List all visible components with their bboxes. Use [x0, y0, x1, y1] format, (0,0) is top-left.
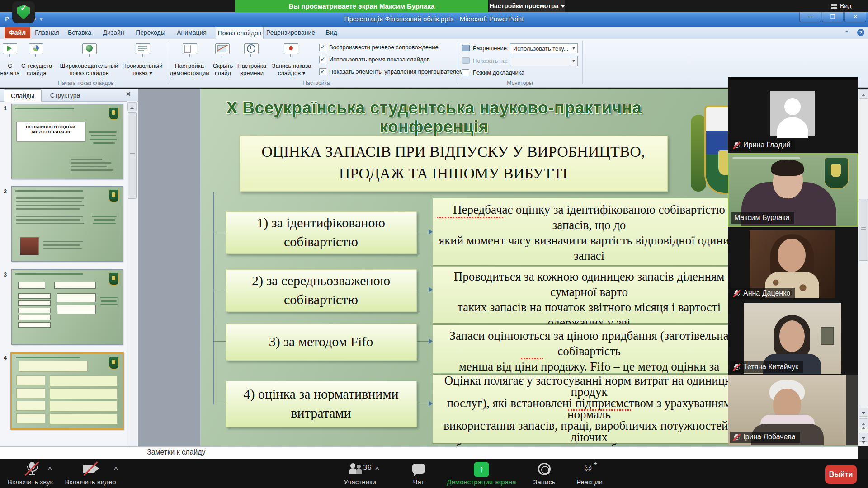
- checkbox-checked-icon: ✓: [319, 44, 326, 51]
- participant-tile-tetiana-kytaichuk[interactable]: Тетяна Китайчук: [728, 301, 858, 375]
- arrow-icon: [429, 338, 433, 344]
- slide-number: 4: [4, 354, 10, 361]
- next-slide-icon[interactable]: [859, 433, 868, 442]
- slide-scrollbar-thumb[interactable]: [859, 199, 868, 261]
- show-on-label: Показать на:: [473, 57, 508, 65]
- screen-share-banner: Вы просматриваете экран Максим Бурлака: [235, 0, 488, 12]
- resolution-icon: [462, 45, 470, 51]
- slide-title: ОЦІНКА ЗАПАСІВ ПРИ ВІДПУСКУ У ВИРОБНИЦТВ…: [240, 141, 667, 184]
- tab-insert[interactable]: Вставка: [65, 27, 94, 38]
- crest-icon: [109, 107, 119, 120]
- muted-camera-icon: [83, 465, 101, 474]
- crest-icon: [109, 272, 119, 285]
- arrow-icon: [429, 401, 433, 406]
- share-screen-icon: ↑: [474, 462, 489, 477]
- slide-thumbnail-4[interactable]: [10, 352, 124, 430]
- custom-show-icon: [136, 43, 150, 54]
- muted-mic-icon: [733, 290, 740, 297]
- previous-slide-icon[interactable]: [859, 418, 868, 427]
- window-title: Презентація Фінансовий облік.pptx - Micr…: [0, 12, 868, 27]
- thumbnail-image: [20, 237, 39, 255]
- spellcheck-underline: [568, 409, 631, 411]
- participant-name-tag: Тетяна Китайчук: [730, 361, 803, 373]
- slide-thumbnail-3[interactable]: [11, 269, 123, 345]
- tab-design[interactable]: Дизайн: [100, 27, 127, 38]
- spellcheck-underline: [521, 358, 543, 359]
- participant-tile-maksym-burlaka[interactable]: Максим Бурлака: [728, 153, 858, 227]
- scroll-up-icon[interactable]: [859, 89, 868, 99]
- slide-thumbnail-2[interactable]: [11, 186, 123, 262]
- arrow-icon: [429, 229, 433, 235]
- help-icon[interactable]: ?: [857, 29, 864, 36]
- close-button[interactable]: ✕: [844, 12, 866, 22]
- muted-mic-icon: [25, 462, 39, 475]
- muted-mic-icon: [733, 433, 740, 441]
- resolution-label: Разрешение:: [473, 45, 509, 52]
- tab-animations[interactable]: Анимация: [176, 27, 208, 38]
- pane-tab-slides[interactable]: Слайды: [4, 89, 42, 102]
- slide-number: 3: [4, 271, 10, 278]
- slide-number: 1: [4, 105, 10, 112]
- plus-icon: +: [594, 460, 597, 467]
- slideshow-icon: [3, 43, 17, 54]
- leave-button[interactable]: Выйти: [825, 465, 857, 484]
- tab-view[interactable]: Вид: [321, 27, 341, 38]
- muted-mic-icon: [733, 363, 740, 371]
- avatar: [770, 91, 815, 136]
- show-on-combobox[interactable]: ▼: [510, 56, 578, 66]
- participant-tile-anna-datsenko[interactable]: Анна Даценко: [728, 228, 858, 301]
- method-label-2: 2) за середньозваженою собівартістю: [226, 271, 416, 309]
- collapse-ribbon-icon[interactable]: ⌃: [844, 30, 849, 36]
- resolution-combobox[interactable]: Использовать теку...▼: [510, 43, 578, 53]
- scroll-up-icon[interactable]: [127, 102, 137, 111]
- tab-review[interactable]: Рецензирование: [265, 27, 316, 38]
- participant-name-tag: Ирина Гладий: [730, 140, 795, 151]
- tab-transitions[interactable]: Переходы: [134, 27, 167, 38]
- participants-strip: Ирина Гладий Максим Бурлака: [728, 77, 858, 445]
- participants-chevron-icon[interactable]: ^: [375, 465, 379, 473]
- participants-count-badge: 36: [363, 464, 372, 472]
- chat-icon: [412, 464, 425, 474]
- broadcast-icon: [82, 43, 97, 54]
- setup-show-icon: [183, 43, 197, 54]
- checkbox-checked-icon: ✓: [319, 56, 326, 63]
- slide-conference-header: Х Всеукраїнська студентська науково-прак…: [206, 99, 662, 136]
- notes-bar[interactable]: [0, 446, 858, 460]
- slideshow-current-icon: [29, 43, 43, 54]
- pane-scrollbar[interactable]: [127, 101, 137, 446]
- show-on-icon: [462, 57, 470, 64]
- participant-tile-iryna-lobachova[interactable]: Ірина Лобачева: [728, 375, 858, 445]
- reactions-smiley-icon: ☺: [582, 461, 594, 474]
- view-settings-button[interactable]: Настройки просмотра: [489, 0, 565, 12]
- tab-file[interactable]: Файл: [5, 27, 30, 38]
- audio-options-chevron-icon[interactable]: ^: [48, 465, 52, 473]
- participant-tile-irina-gladiy[interactable]: Ирина Гладий: [728, 80, 858, 153]
- minimize-button[interactable]: —: [799, 12, 821, 22]
- method-label-4: 4) оцінка за нормативними витратами: [226, 385, 416, 422]
- method-label-3: 3) за методом Fifo: [226, 332, 416, 351]
- grid-view-icon: [831, 4, 837, 9]
- tab-home[interactable]: Главная: [32, 27, 62, 38]
- ribbon-tab-row: [0, 27, 868, 39]
- crest-icon: [109, 189, 119, 202]
- slide-thumbnail-1[interactable]: ОСОБЛИВОСТІ ОЦІНКИ ВИБУТТЯ ЗАПАСІВ: [11, 104, 123, 179]
- video-options-chevron-icon[interactable]: ^: [114, 465, 118, 473]
- pane-tab-outline[interactable]: Структура: [43, 89, 87, 101]
- participant-name-tag: Ірина Лобачева: [730, 432, 800, 443]
- muted-mic-icon: [733, 141, 740, 149]
- slide-scrollbar[interactable]: [858, 89, 868, 446]
- tab-slideshow[interactable]: Показ слайдов: [216, 27, 264, 39]
- group-label-start-slideshow: Начать показ слайдов: [45, 80, 127, 86]
- arrow-icon: [429, 287, 433, 292]
- view-button[interactable]: Вид: [831, 1, 851, 11]
- method-label-1: 1) за ідентифікованою собівартістю: [226, 213, 416, 251]
- pane-close-icon[interactable]: ✕: [126, 90, 131, 98]
- record-show-icon: [284, 43, 298, 54]
- security-shield-badge[interactable]: ✓: [12, 1, 35, 23]
- hide-slide-icon: [215, 43, 230, 54]
- restore-button[interactable]: ❐: [822, 12, 844, 22]
- participant-name-tag: Анна Даценко: [730, 288, 795, 299]
- participant-name-tag: Максим Бурлака: [731, 212, 794, 224]
- scroll-down-icon[interactable]: [859, 408, 868, 417]
- pane-scrollbar-thumb[interactable]: [128, 112, 137, 199]
